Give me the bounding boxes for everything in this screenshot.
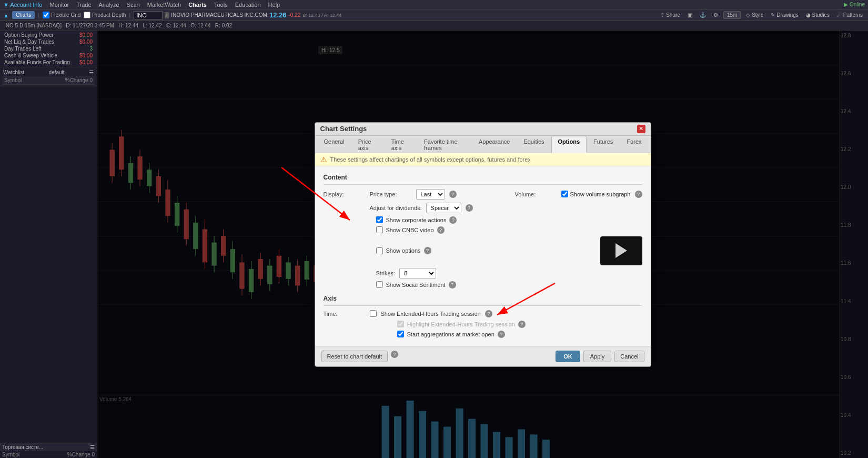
axis-section: Axis Time: Show Extended-Hours Trading s… <box>324 293 642 338</box>
tab-options[interactable]: Options <box>551 136 587 153</box>
social-sentiment-help-icon[interactable]: ? <box>449 281 456 288</box>
highlight-extended-help-icon[interactable]: ? <box>518 321 526 328</box>
tab-general[interactable]: General <box>317 136 351 153</box>
adjust-dividends-select[interactable]: Special None All <box>426 203 461 213</box>
show-cnbc-video-label: Show CNBC video <box>386 227 434 233</box>
ok-button[interactable]: OK <box>556 351 580 362</box>
camera-button[interactable]: ▣ <box>685 12 694 18</box>
video-placeholder[interactable] <box>600 236 642 265</box>
extended-hours-help-icon[interactable]: ? <box>485 310 492 317</box>
tab-equities[interactable]: Equities <box>517 136 551 153</box>
start-aggregations-label: Start aggregations at market open <box>407 331 494 337</box>
tab-futures[interactable]: Futures <box>587 136 620 153</box>
nav-charts[interactable]: Charts <box>188 2 207 8</box>
show-corporate-actions-row: Show corporate actions ? <box>376 216 642 224</box>
show-volume-checkbox[interactable]: Show volume subgraph <box>561 191 631 197</box>
show-volume-input[interactable] <box>561 191 568 197</box>
nav-tools[interactable]: Tools <box>214 2 228 8</box>
bell-button[interactable]: ⚓ <box>698 12 708 18</box>
show-extended-hours-label: Show Extended-Hours Trading session <box>381 311 481 317</box>
highlight-extended-hours-checkbox <box>397 321 404 327</box>
nav-education[interactable]: Education <box>235 2 261 8</box>
nav-marketwatch[interactable]: MarketWatch <box>147 2 181 8</box>
current-price: 12.26 <box>269 11 287 19</box>
cnbc-video-help-icon[interactable]: ? <box>437 226 445 234</box>
adjust-dividends-row: Adjust for dividends: Special None All ? <box>324 203 642 213</box>
share-button[interactable]: ⇧ Share <box>658 12 682 18</box>
price-type-select[interactable]: Last Mid Mark <box>416 189 445 200</box>
play-button-icon[interactable] <box>615 243 627 258</box>
toolbar-separator2: | <box>129 12 130 18</box>
cancel-button[interactable]: Cancel <box>614 351 644 362</box>
settings-button[interactable]: ⚙ <box>711 12 720 18</box>
nav-account-info[interactable]: ▼ Account Info <box>3 2 43 8</box>
show-corporate-actions-checkbox[interactable] <box>376 216 383 223</box>
adjust-dividends-help-icon[interactable]: ? <box>466 204 473 212</box>
symbol-input[interactable] <box>134 11 163 19</box>
drawings-button[interactable]: ✎ Drawings <box>769 12 800 18</box>
show-options-row: Show options ? <box>376 236 642 265</box>
reset-to-chart-default-button[interactable]: Reset to chart default <box>321 351 388 362</box>
chart-area: Hi: 12.5 Volume 5,264 <box>97 31 868 458</box>
show-options-checkbox[interactable] <box>376 247 383 254</box>
show-cnbc-video-row: Show CNBC video ? <box>376 226 642 234</box>
corporate-actions-help-icon[interactable]: ? <box>449 216 457 224</box>
nav-analyze[interactable]: Analyze <box>99 2 119 8</box>
show-cnbc-video-checkbox[interactable] <box>376 226 383 233</box>
show-extended-hours-checkbox[interactable] <box>370 310 377 317</box>
strikes-select[interactable]: 4 6 8 10 12 <box>399 268 436 278</box>
nav-help[interactable]: Help <box>268 2 280 8</box>
symbol-info-btn[interactable]: i <box>165 12 169 18</box>
toolbar: ▲ Charts | Flexible Grid Product Depth |… <box>0 9 868 21</box>
watchlist-name: default <box>49 69 65 75</box>
available-funds-val: $0.00 <box>79 59 93 65</box>
strikes-row: Strikes: 4 6 8 10 12 <box>376 268 642 278</box>
show-social-sentiment-label: Show Social Sentiment <box>386 282 446 288</box>
style-button[interactable]: ◇ Style <box>744 12 765 18</box>
timeframe-button[interactable]: 15m <box>723 11 741 19</box>
tab-time-axis[interactable]: Time axis <box>385 136 417 153</box>
net-liq-label: Net Liq & Day Trades <box>4 39 54 45</box>
volume-help-icon[interactable]: ? <box>635 191 642 198</box>
chart-info-bar: INO 5 D 15m [NASDAQ] D: 11/27/20 3:45 PM… <box>0 21 868 31</box>
apply-button[interactable]: Apply <box>583 351 612 362</box>
product-depth-checkbox[interactable]: Product Depth <box>84 12 126 18</box>
warning-icon: ⚠ <box>320 155 327 164</box>
watchlist-bottom-icon[interactable]: ☰ <box>90 444 95 450</box>
main-layout: Option Buying Power $0.00 Net Liq & Day … <box>0 31 868 458</box>
left-sidebar: Option Buying Power $0.00 Net Liq & Day … <box>0 31 97 458</box>
warning-bar: ⚠ These settings affect chartings of all… <box>315 153 651 166</box>
dialog-tabs: General Price axis Time axis Favorite ti… <box>315 136 651 153</box>
nav-scan[interactable]: Scan <box>127 2 140 8</box>
flexible-grid-checkbox[interactable]: Flexible Grid <box>43 12 80 18</box>
watchlist-bottom-change: %Change 0 <box>67 452 95 457</box>
nav-trade[interactable]: Trade <box>76 2 91 8</box>
bid-ask: B: 12.43 / A: 12.44 <box>302 13 341 18</box>
start-aggregations-checkbox[interactable] <box>397 331 404 337</box>
tab-favorite-timeframes[interactable]: Favorite time frames <box>417 136 472 153</box>
show-social-sentiment-checkbox[interactable] <box>376 281 383 288</box>
change-col-header: %Change 0 <box>65 77 93 83</box>
charts-button[interactable]: Charts <box>12 11 35 19</box>
price-type-help-icon[interactable]: ? <box>449 191 457 198</box>
show-options-help-icon[interactable]: ? <box>424 247 431 254</box>
strikes-label: Strikes: <box>376 270 396 276</box>
option-buying-power-row: Option Buying Power $0.00 <box>2 32 95 38</box>
watchlist-menu-icon[interactable]: ☰ <box>89 69 94 75</box>
charts-icon: ▲ <box>3 12 9 18</box>
dialog-close-button[interactable]: ✕ <box>637 125 645 133</box>
available-funds-label: Available Funds For Trading <box>4 59 70 65</box>
price-type-label: Price type: <box>370 191 412 197</box>
dialog-title: Chart Settings <box>320 125 367 133</box>
nav-monitor[interactable]: Monitor <box>50 2 69 8</box>
studies-button[interactable]: ◕ Studies <box>804 12 832 18</box>
footer-help-icon[interactable]: ? <box>391 351 398 358</box>
patterns-button[interactable]: ☄ Patterns <box>835 12 865 18</box>
tab-price-axis[interactable]: Price axis <box>351 136 385 153</box>
tab-forex[interactable]: Forex <box>620 136 648 153</box>
dialog-footer: Reset to chart default ? OK Apply Cancel <box>315 346 651 366</box>
start-aggregations-help-icon[interactable]: ? <box>498 331 505 338</box>
available-funds-row: Available Funds For Trading $0.00 <box>2 59 95 66</box>
tab-appearance[interactable]: Appearance <box>472 136 517 153</box>
highlight-extended-hours-row: Highlight Extended-Hours Trading session… <box>397 321 642 328</box>
